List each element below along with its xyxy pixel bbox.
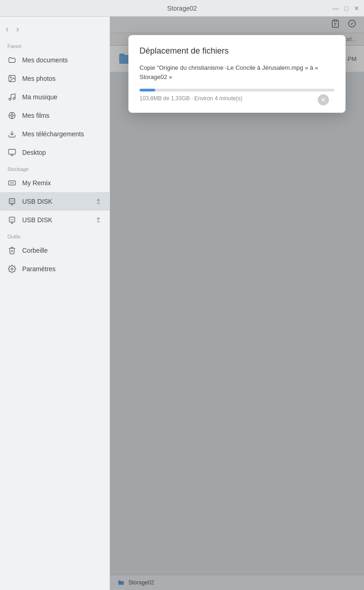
sidebar-item-usb-disk-1[interactable]: USB DISK xyxy=(0,192,109,211)
minimize-button[interactable]: — xyxy=(333,5,339,12)
folder-icon xyxy=(7,55,17,65)
desktop-icon xyxy=(7,148,17,157)
eject-icon-1[interactable] xyxy=(95,197,102,206)
sidebar-item-corbeille[interactable]: Corbeille xyxy=(0,241,109,260)
sidebar-item-ma-musique[interactable]: Ma musique xyxy=(0,88,109,106)
music-icon xyxy=(7,92,17,102)
film-icon xyxy=(7,111,17,120)
svg-rect-11 xyxy=(9,149,16,154)
sidebar-nav: ‹ › xyxy=(0,20,109,39)
sidebar-item-label: Mes téléchargements xyxy=(22,130,102,138)
modal-overlay: Déplacement de fichiers Copie "Origine d… xyxy=(110,17,364,590)
svg-point-5 xyxy=(11,115,13,117)
download-icon xyxy=(7,129,17,139)
eject-icon-2[interactable] xyxy=(95,216,102,225)
progress-bar-fill xyxy=(140,89,155,91)
sidebar-item-my-remix[interactable]: My Remix xyxy=(0,174,109,192)
sidebar-item-mes-documents[interactable]: Mes documents xyxy=(0,51,109,69)
modal-message: Copie "Origine du christianisme -Le Conc… xyxy=(140,63,334,81)
sidebar-item-label: Mes films xyxy=(22,112,102,119)
hdd-icon xyxy=(7,178,17,188)
settings-icon xyxy=(7,264,17,274)
sidebar-item-mes-photos[interactable]: Mes photos xyxy=(0,69,109,88)
svg-point-1 xyxy=(10,77,11,78)
sidebar: ‹ › Favori Mes documents Mes photos xyxy=(0,17,110,590)
image-icon xyxy=(7,74,17,83)
svg-point-3 xyxy=(13,97,15,100)
sidebar-item-label: Corbeille xyxy=(22,247,102,254)
section-label-favori: Favori xyxy=(0,39,109,51)
sidebar-item-label: My Remix xyxy=(22,179,102,187)
sidebar-item-label: Desktop xyxy=(22,149,102,156)
sidebar-item-label: Mes documents xyxy=(22,56,102,64)
window-title: Storage02 xyxy=(167,5,197,12)
usb-icon-2 xyxy=(7,215,17,225)
svg-point-30 xyxy=(11,268,13,270)
sidebar-item-usb-disk-2[interactable]: USB DISK xyxy=(0,211,109,229)
usb-icon xyxy=(7,197,17,206)
trash-icon xyxy=(7,246,17,255)
sidebar-item-label: Ma musique xyxy=(22,93,102,101)
content-area: Date de modificati... LOST.DIR Directory… xyxy=(110,17,364,590)
back-button[interactable]: ‹ xyxy=(6,24,9,33)
maximize-button[interactable]: □ xyxy=(345,5,348,12)
titlebar: Storage02 — □ ✕ xyxy=(0,0,364,17)
sidebar-item-parametres[interactable]: Paramètres xyxy=(0,260,109,278)
svg-rect-23 xyxy=(9,217,15,222)
section-label-outils: Outils xyxy=(0,229,109,241)
file-move-modal: Déplacement de fichiers Copie "Origine d… xyxy=(128,35,346,113)
progress-bar-background xyxy=(140,89,334,91)
sidebar-item-mes-telechargements[interactable]: Mes téléchargements xyxy=(0,125,109,143)
modal-title: Déplacement de fichiers xyxy=(140,46,334,56)
forward-button[interactable]: › xyxy=(16,24,19,33)
modal-close-button[interactable]: ✕ xyxy=(318,94,329,105)
progress-container: ✕ xyxy=(140,89,334,91)
window-controls: — □ ✕ xyxy=(333,5,359,12)
sidebar-item-label: Paramètres xyxy=(22,265,102,273)
progress-info: 103,8MB de 1,33GB · Environ 4 minute(s) xyxy=(140,95,334,102)
sidebar-item-label: Mes photos xyxy=(22,75,102,82)
svg-point-2 xyxy=(9,98,11,100)
section-label-stockage: Stockage xyxy=(0,162,109,174)
sidebar-item-label: USB DISK xyxy=(22,216,89,224)
main-layout: ‹ › Favori Mes documents Mes photos xyxy=(0,17,364,590)
sidebar-item-label: USB DISK xyxy=(22,198,89,205)
sidebar-item-desktop[interactable]: Desktop xyxy=(0,143,109,162)
close-button[interactable]: ✕ xyxy=(354,5,359,12)
svg-rect-16 xyxy=(9,199,15,204)
sidebar-item-mes-films[interactable]: Mes films xyxy=(0,106,109,125)
